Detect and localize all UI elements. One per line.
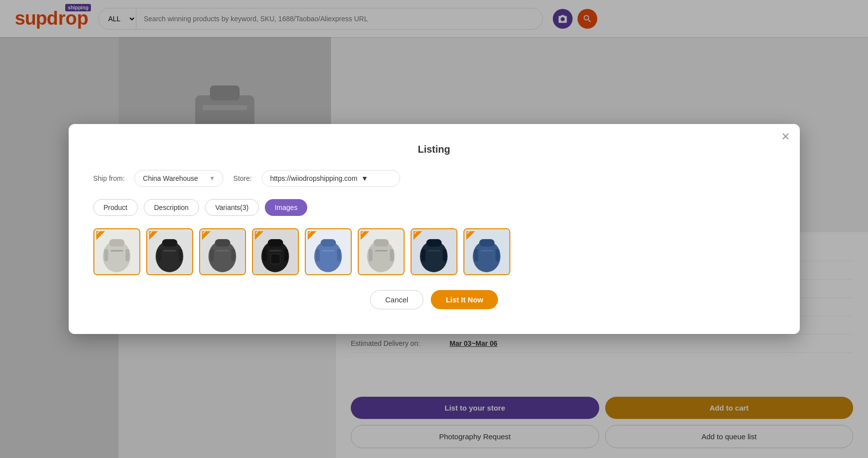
image-item-5[interactable] xyxy=(305,228,352,275)
backpack-svg-8 xyxy=(464,229,509,274)
listing-modal: ✕ Listing Ship from: China Warehouse ▼ S… xyxy=(69,124,800,334)
svg-rect-24 xyxy=(269,250,282,251)
svg-rect-37 xyxy=(375,250,387,251)
ship-from-chevron: ▼ xyxy=(209,175,215,182)
image-item-1[interactable] xyxy=(93,228,140,275)
modal-title: Listing xyxy=(93,144,775,155)
backpack-svg-1 xyxy=(94,229,139,274)
tab-variants[interactable]: Variants(3) xyxy=(205,199,259,216)
svg-rect-17 xyxy=(215,239,230,247)
modal-close-button[interactable]: ✕ xyxy=(781,131,790,142)
backpack-svg-3 xyxy=(200,229,245,274)
svg-rect-44 xyxy=(421,249,425,261)
image-grid xyxy=(93,228,775,275)
svg-rect-38 xyxy=(369,249,372,261)
image-item-7[interactable] xyxy=(411,228,457,275)
svg-rect-27 xyxy=(271,254,280,264)
svg-rect-18 xyxy=(216,250,229,251)
store-chevron: ▼ xyxy=(361,174,368,182)
svg-rect-32 xyxy=(316,249,320,261)
store-value: https://wiiodropshipping.com xyxy=(270,174,358,182)
modal-actions: Cancel List It Now xyxy=(93,290,775,309)
svg-rect-50 xyxy=(474,249,478,261)
image-item-2[interactable] xyxy=(146,228,193,275)
svg-rect-19 xyxy=(210,249,214,261)
svg-rect-39 xyxy=(390,249,394,261)
svg-rect-23 xyxy=(268,239,283,247)
backpack-svg-7 xyxy=(412,229,456,274)
tab-row: Product Description Variants(3) Images xyxy=(93,199,775,216)
svg-rect-11 xyxy=(162,239,177,247)
svg-rect-20 xyxy=(231,249,235,261)
image-item-3[interactable] xyxy=(199,228,246,275)
image-item-4[interactable] xyxy=(252,228,299,275)
svg-rect-26 xyxy=(284,249,288,261)
image-item-8[interactable] xyxy=(463,228,510,275)
svg-rect-30 xyxy=(321,239,336,247)
svg-rect-48 xyxy=(479,239,495,247)
tab-description[interactable]: Description xyxy=(144,199,199,216)
svg-rect-5 xyxy=(109,239,124,247)
svg-rect-36 xyxy=(373,239,389,247)
ship-from-value: China Warehouse xyxy=(143,174,198,182)
svg-rect-12 xyxy=(164,250,176,251)
tab-product[interactable]: Product xyxy=(93,199,138,216)
tab-images[interactable]: Images xyxy=(265,199,307,216)
svg-rect-8 xyxy=(125,249,129,261)
svg-rect-33 xyxy=(337,249,341,261)
ship-from-label: Ship from: xyxy=(93,174,125,182)
svg-rect-25 xyxy=(263,249,267,261)
svg-rect-14 xyxy=(178,249,182,261)
cancel-button[interactable]: Cancel xyxy=(370,290,424,309)
svg-rect-42 xyxy=(426,239,442,247)
backpack-svg-6 xyxy=(359,229,404,274)
ship-store-row: Ship from: China Warehouse ▼ Store: http… xyxy=(93,170,775,187)
ship-from-dropdown[interactable]: China Warehouse ▼ xyxy=(134,170,223,187)
image-item-6[interactable] xyxy=(358,228,405,275)
svg-rect-49 xyxy=(481,250,493,251)
backpack-svg-2 xyxy=(147,229,192,274)
modal-overlay: ✕ Listing Ship from: China Warehouse ▼ S… xyxy=(0,0,868,458)
svg-rect-51 xyxy=(496,249,499,261)
svg-rect-31 xyxy=(322,250,334,251)
svg-rect-45 xyxy=(443,249,447,261)
svg-rect-43 xyxy=(428,250,440,251)
svg-rect-6 xyxy=(111,250,123,251)
store-label: Store: xyxy=(233,174,251,182)
svg-rect-13 xyxy=(157,249,161,261)
backpack-svg-5 xyxy=(306,229,351,274)
store-dropdown[interactable]: https://wiiodropshipping.com ▼ xyxy=(262,170,400,187)
list-it-now-button[interactable]: List It Now xyxy=(431,290,498,309)
svg-rect-7 xyxy=(104,249,108,261)
backpack-svg-4 xyxy=(253,229,298,274)
